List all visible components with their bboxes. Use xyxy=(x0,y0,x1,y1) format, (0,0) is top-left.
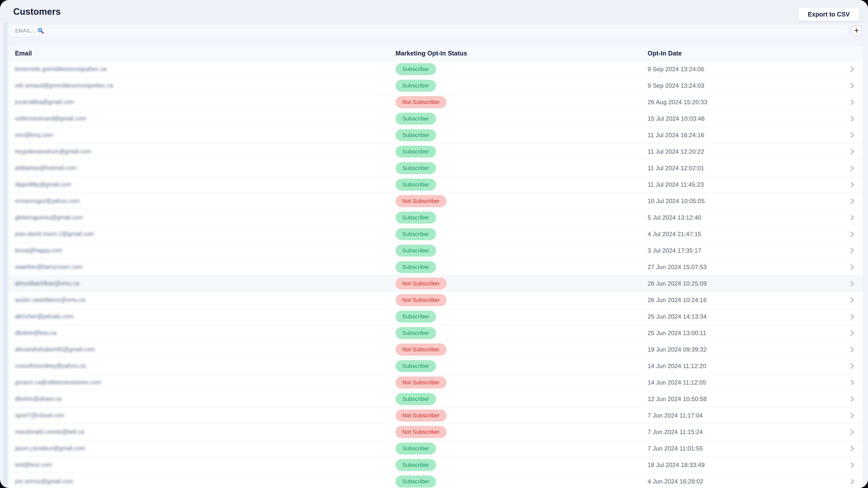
chevron-cell[interactable] xyxy=(841,263,863,271)
table-row[interactable]: jason.j.brodeur@gmail.com Subscriber 7 J… xyxy=(9,440,863,457)
chevron-cell[interactable] xyxy=(841,65,863,73)
chevron-cell[interactable] xyxy=(841,296,863,304)
table-row[interactable]: jncarrabba@gmail.com Not Subscriber 26 A… xyxy=(9,94,863,111)
table-row[interactable]: heyjulieswestrom@gmail.com Subscriber 11… xyxy=(9,144,863,160)
chevron-cell[interactable] xyxy=(841,313,863,321)
table-row[interactable]: gleborsguineu@gmail.com Subscriber 5 Jul… xyxy=(9,209,863,226)
email-cell: jason.j.brodeur@gmail.com xyxy=(15,445,396,452)
chevron-cell[interactable] xyxy=(841,181,863,188)
chevron-cell[interactable] xyxy=(841,115,863,122)
opt-in-date-cell: 7 Jun 2024 11:15:24 xyxy=(648,429,841,435)
email-cell: test@test.com xyxy=(15,461,396,468)
table-row[interactable]: macdonald.connie@bell.ca Not Subscriber … xyxy=(9,424,863,440)
chevron-cell[interactable] xyxy=(841,478,863,485)
email-cell: akincher@petvalu.com xyxy=(15,313,396,320)
chevron-cell[interactable] xyxy=(841,247,863,254)
chevron-cell[interactable] xyxy=(841,82,863,89)
chevron-cell[interactable] xyxy=(841,131,863,139)
status-badge: Subscriber xyxy=(396,476,436,488)
opt-in-date-cell: 27 Jun 2024 15:07:53 xyxy=(648,264,841,271)
table-row[interactable]: dbolvin@lesv.ca Subscriber 25 Jun 2024 1… xyxy=(9,325,863,341)
status-badge: Not Subscriber xyxy=(396,195,446,207)
table-row[interactable]: leova@happy.com Subscriber 3 Jul 2024 17… xyxy=(9,242,863,259)
opt-in-date-cell: 11 Jul 2024 12:02:01 xyxy=(648,165,841,172)
chevron-cell[interactable] xyxy=(841,231,863,238)
table-row[interactable]: joe.semos@gmail.com Subscriber 4 Jun 202… xyxy=(9,473,863,488)
table-row[interactable]: sport7@icloud.com Not Subscriber 7 Jun 2… xyxy=(9,407,863,424)
status-cell: Subscriber xyxy=(396,245,648,256)
status-badge: Subscriber xyxy=(396,212,436,224)
opt-in-date-cell: 26 Aug 2024 15:20:33 xyxy=(648,99,841,106)
column-header-opt-in-date: Opt-In Date xyxy=(648,50,841,57)
status-cell: Subscriber xyxy=(396,327,648,339)
table-row[interactable]: jean.david.morin.2@gmail.com Subscriber … xyxy=(9,226,863,242)
table-row[interactable]: swanher@harryrosen.com Subscriber 27 Jun… xyxy=(9,259,863,275)
status-badge: Subscriber xyxy=(396,63,436,75)
chevron-cell[interactable] xyxy=(841,428,863,436)
chevron-cell[interactable] xyxy=(841,362,863,370)
chevron-cell[interactable] xyxy=(841,379,863,386)
table-row[interactable]: dippolit8y@gmail.com Subscriber 11 Jul 2… xyxy=(9,176,863,193)
table-row[interactable]: cetlennesimard@gmail.com Subscriber 15 J… xyxy=(9,111,863,127)
chevron-cell[interactable] xyxy=(841,214,863,221)
table-row[interactable]: ermanosgur@yahoo.com Not Subscriber 10 J… xyxy=(9,193,863,209)
chevron-right-icon xyxy=(848,148,856,155)
chevron-cell[interactable] xyxy=(841,197,863,205)
chevron-cell[interactable] xyxy=(841,148,863,155)
opt-in-date-cell: 3 Jul 2024 17:35:17 xyxy=(648,247,841,254)
status-badge: Not Subscriber xyxy=(396,376,446,389)
opt-in-date-cell: 19 Jun 2024 09:39:32 xyxy=(648,346,841,353)
chevron-right-icon xyxy=(848,362,856,370)
status-cell: Subscriber xyxy=(396,179,648,191)
table-row[interactable]: cessofrivondeey@yahoo.ca Subscriber 14 J… xyxy=(9,358,863,374)
chevron-cell[interactable] xyxy=(841,346,863,353)
chevron-cell[interactable] xyxy=(841,164,863,172)
chevron-right-icon xyxy=(848,82,856,89)
chevron-cell[interactable] xyxy=(841,445,863,452)
status-badge: Not Subscriber xyxy=(396,343,446,356)
chevron-right-icon xyxy=(848,329,856,337)
table-row[interactable]: jebbarlow@hotmail.com Subscriber 11 Jul … xyxy=(9,160,863,176)
email-cell: leova@happy.com xyxy=(15,247,396,254)
export-to-csv-button[interactable]: Export to CSV xyxy=(798,7,860,21)
email-search-input[interactable]: EMAIL... xyxy=(9,25,848,36)
app-window: Customers Export to CSV EMAIL... + Email… xyxy=(0,0,868,488)
table-row[interactable]: almoslbachlhas@emu.ca Not Subscriber 26 … xyxy=(9,275,863,292)
chevron-cell[interactable] xyxy=(841,98,863,106)
status-cell: Subscriber xyxy=(396,459,648,471)
chevron-cell[interactable] xyxy=(841,395,863,403)
table-row[interactable]: eric@knuj.com Subscriber 11 Jul 2024 16:… xyxy=(9,127,863,144)
status-badge: Not Subscriber xyxy=(396,294,446,306)
table-row[interactable]: gvracin.ca@oldstonesstones.com Not Subsc… xyxy=(9,374,863,391)
table-row[interactable]: akincher@petvalu.com Subscriber 25 Jun 2… xyxy=(9,308,863,325)
email-cell: almoslbachlhas@emu.ca xyxy=(15,280,396,287)
email-cell: cetlennesimard@gmail.com xyxy=(15,115,396,122)
status-cell: Subscriber xyxy=(396,476,648,488)
chevron-right-icon xyxy=(848,296,856,304)
chevron-cell[interactable] xyxy=(841,412,863,419)
email-cell: joe.semos@gmail.com xyxy=(15,478,396,485)
search-icon xyxy=(37,27,44,34)
status-cell: Subscriber xyxy=(396,311,648,323)
chevron-cell[interactable] xyxy=(841,329,863,337)
opt-in-date-cell: 12 Jun 2024 10:50:58 xyxy=(648,396,841,402)
add-customer-button[interactable]: + xyxy=(851,26,862,36)
table-row[interactable]: test@test.com Subscriber 18 Jul 2024 18:… xyxy=(9,457,863,473)
status-badge: Subscriber xyxy=(396,459,436,471)
status-cell: Not Subscriber xyxy=(396,376,648,389)
status-cell: Subscriber xyxy=(396,228,648,240)
table-row[interactable]: austin.castellanos@emu.ca Not Subscriber… xyxy=(9,292,863,308)
chevron-cell[interactable] xyxy=(841,280,863,287)
table-body: bmercede.grenoblesoncequebec.ca Subscrib… xyxy=(9,61,863,488)
table-row[interactable]: edr-arnaud@grenoblesoncequebec.ca Subscr… xyxy=(9,78,863,94)
table-row[interactable]: dbolvin@ahasv.ca Subscriber 12 Jun 2024 … xyxy=(9,391,863,407)
column-header-email: Email xyxy=(15,50,396,57)
status-cell: Subscriber xyxy=(396,80,648,92)
table-row[interactable]: alexandrahubert40@gmail.com Not Subscrib… xyxy=(9,341,863,358)
status-badge: Subscriber xyxy=(396,245,436,256)
chevron-cell[interactable] xyxy=(841,461,863,469)
customers-table: Email Marketing Opt-In Status Opt-In Dat… xyxy=(9,46,863,488)
status-badge: Not Subscriber xyxy=(396,96,446,108)
table-row[interactable]: bmercede.grenoblesoncequebec.ca Subscrib… xyxy=(9,61,863,78)
page-title: Customers xyxy=(13,6,61,17)
